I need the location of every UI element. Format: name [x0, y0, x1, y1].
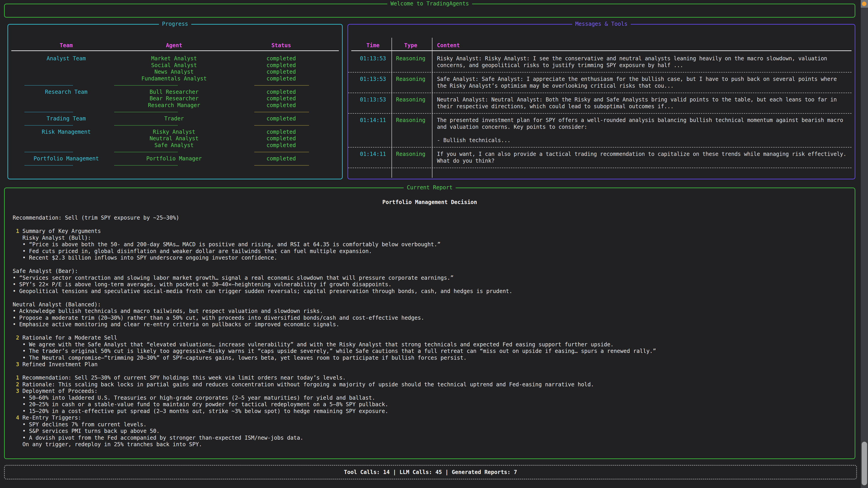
progress-status-value: completed: [245, 129, 317, 135]
report-line: •Recent $2.3 billion inflows into SPY un…: [13, 255, 850, 261]
separator-line: [114, 125, 178, 126]
separator-line: [254, 152, 309, 152]
separator-line: [24, 85, 73, 86]
message-content-line: Safe Analyst: Safe Analyst: I appreciate…: [437, 76, 854, 83]
report-line: [13, 221, 850, 228]
message-row[interactable]: 01:13:53ReasoningSafe Analyst: Safe Anal…: [348, 72, 851, 93]
scrollbar-thumb[interactable]: [862, 442, 867, 485]
bullet-icon: •: [22, 401, 26, 408]
separator-line: [114, 112, 178, 112]
message-time: 01:14:11: [357, 117, 389, 124]
bullet-icon: •: [22, 421, 26, 428]
separator-line: [254, 85, 309, 86]
progress-status-value: completed: [245, 116, 317, 122]
report-line: Recommendation: Sell (trim SPY exposure …: [13, 215, 850, 221]
message-content: Safe Analyst: Safe Analyst: I appreciate…: [437, 76, 854, 89]
report-line: •Emphasize active monitoring and clear r…: [13, 321, 850, 328]
report-line: 2Rationale for a Moderate Sell: [13, 335, 850, 341]
progress-table-header: Team Agent Status: [8, 42, 342, 49]
scrollbar-top-button[interactable]: [861, 0, 868, 8]
message-content-line: If you want, I can also provide a tactic…: [437, 151, 854, 158]
bullet-icon: •: [22, 341, 26, 348]
report-line: On any trigger, redeploy in 25% tranches…: [13, 441, 850, 448]
progress-row: Portfolio ManagementPortfolio Managercom…: [8, 156, 342, 162]
report-line: Neutral Analyst (Balanced):: [13, 301, 850, 308]
progress-status-value: completed: [245, 69, 317, 75]
bullet-icon: •: [22, 428, 26, 435]
separator-line: [24, 112, 73, 112]
bullet-icon: •: [22, 255, 26, 261]
current-report-panel: Current Report Portfolio Management Deci…: [4, 188, 855, 459]
progress-col-status: Status: [245, 42, 317, 49]
progress-agent-name: Risky Analyst: [114, 129, 234, 135]
separator-line: [254, 112, 309, 112]
current-report-panel-title: Current Report: [404, 184, 456, 191]
messages-header-underline: [351, 51, 851, 51]
report-line: [13, 261, 850, 268]
report-line: 3Refined Investment Plan: [13, 361, 850, 368]
message-content-line: The presented investment plan for SPY of…: [437, 117, 854, 124]
progress-agent-name: Bull Researcher: [114, 89, 234, 96]
welcome-banner-title: Welcome to TradingAgents: [388, 0, 472, 7]
report-line: •Fed cuts priced in, global disinflation…: [13, 248, 850, 255]
message-time: 01:13:53: [357, 76, 389, 83]
messages-table-body: 01:13:53ReasoningRisky Analyst: Risky An…: [348, 52, 851, 168]
progress-agent-name: Social Analyst: [114, 62, 234, 69]
message-type: Reasoning: [396, 151, 426, 158]
message-content: Neutral Analyst: Neutral Analyst: Both t…: [437, 96, 854, 110]
progress-panel: Progress Team Agent Status Analyst TeamM…: [7, 24, 343, 180]
progress-team-name: Portfolio Management: [24, 156, 108, 162]
bullet-icon: •: [13, 308, 16, 315]
message-time: 01:13:53: [357, 96, 389, 103]
message-row[interactable]: 01:13:53ReasoningRisky Analyst: Risky An…: [348, 52, 851, 72]
bullet-icon: •: [22, 348, 26, 355]
progress-row: Fundamentals Analystcompleted: [8, 75, 342, 82]
progress-row: Bear Researchercompleted: [8, 95, 342, 102]
report-line: 2Rationale: This scaling back locks in p…: [13, 381, 850, 388]
progress-status-value: completed: [245, 102, 317, 109]
report-line: [13, 368, 850, 375]
report-line: •“Price is above both the 50- and 200-da…: [13, 241, 850, 248]
report-line: •We agree with the Safe Analyst that “el…: [13, 341, 850, 348]
bullet-icon: •: [22, 241, 26, 248]
report-line: •The trader’s original 50% cut is likely…: [13, 348, 850, 355]
message-row[interactable]: 01:14:11ReasoningIf you want, I can also…: [348, 148, 851, 168]
progress-status-value: completed: [245, 95, 317, 102]
message-time: 01:13:53: [357, 55, 389, 62]
report-line: Safe Analyst (Bear):: [13, 268, 850, 275]
progress-row: Research TeamBull Researchercompleted: [8, 89, 342, 96]
message-type: Reasoning: [396, 96, 426, 103]
progress-panel-title: Progress: [159, 21, 191, 28]
separator-line: [24, 152, 73, 152]
report-line: •Acknowledge bullish technicals and macr…: [13, 308, 850, 315]
progress-status-value: completed: [245, 55, 317, 62]
message-content: Risky Analyst: Risky Analyst: I see the …: [437, 55, 854, 69]
separator-line: [114, 165, 178, 166]
bullet-icon: •: [22, 408, 26, 415]
separator-line: [254, 125, 309, 126]
report-line: •“Services sector contraction and slowin…: [13, 275, 850, 282]
message-row[interactable]: 01:14:11ReasoningThe presented investmen…: [348, 113, 851, 148]
progress-row: Research Managercompleted: [8, 102, 342, 109]
progress-row: Social Analystcompleted: [8, 62, 342, 69]
report-line: 1Summary of Key Arguments: [13, 228, 850, 235]
scrollbar[interactable]: [861, 0, 868, 488]
report-line: •SPY’s 22× P/E is above long-term averag…: [13, 281, 850, 288]
report-line: [13, 295, 850, 301]
progress-agent-name: Neutral Analyst: [114, 135, 234, 142]
bullet-icon: •: [13, 321, 16, 328]
message-row[interactable]: 01:13:53ReasoningNeutral Analyst: Neutra…: [348, 93, 851, 113]
message-type: Reasoning: [396, 55, 426, 62]
message-content-line: - Bullish technicals...: [437, 137, 854, 144]
progress-team-name: Analyst Team: [24, 55, 108, 62]
progress-agent-name: Fundamentals Analyst: [114, 75, 234, 82]
message-content-line: and valuation concerns. Key points to co…: [437, 124, 854, 131]
message-time: 01:14:11: [357, 151, 389, 158]
separator-line: [24, 165, 73, 166]
progress-row: Analyst TeamMarket Analystcompleted: [8, 55, 342, 62]
report-line: •Propose a moderate trim (20–30%) rather…: [13, 315, 850, 322]
progress-group-separator: [8, 109, 342, 116]
report-line: 3Deployment of Proceeds:: [13, 388, 850, 395]
report-list-number: 1: [16, 228, 19, 235]
report-list-number: 1: [16, 375, 19, 381]
